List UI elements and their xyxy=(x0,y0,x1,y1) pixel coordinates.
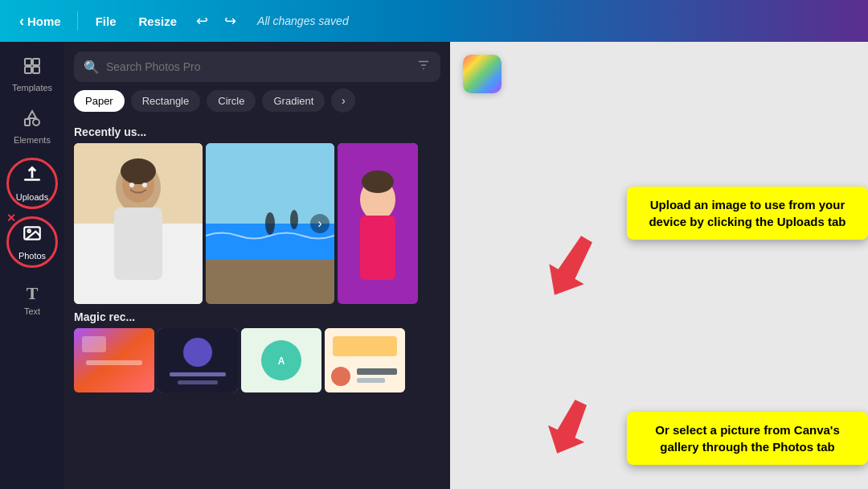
sidebar-item-uploads[interactable]: Uploads xyxy=(0,156,64,210)
svg-rect-23 xyxy=(206,260,334,304)
resize-menu[interactable]: Resize xyxy=(131,11,186,31)
sidebar-item-templates[interactable]: Templates xyxy=(0,48,64,101)
magic-item-4[interactable] xyxy=(325,328,405,392)
photo-item-sea[interactable]: › xyxy=(206,143,334,304)
nav-separator xyxy=(77,11,78,31)
chips-next-button[interactable]: › xyxy=(331,88,355,113)
photo-grid: › xyxy=(64,143,450,304)
magic-item-3[interactable]: A xyxy=(241,328,321,392)
svg-rect-2 xyxy=(25,67,31,73)
sidebar-item-photos[interactable]: Photos xyxy=(0,215,64,269)
svg-point-6 xyxy=(33,119,39,125)
svg-point-25 xyxy=(290,210,298,229)
magic-item-2[interactable] xyxy=(158,328,238,392)
svg-rect-36 xyxy=(170,372,226,376)
elements-icon xyxy=(23,109,42,133)
main-layout: Templates Elements Uploads xyxy=(0,42,868,489)
sidebar: Templates Elements Uploads xyxy=(0,42,64,489)
sidebar-item-text[interactable]: T Text xyxy=(0,275,64,324)
svg-rect-1 xyxy=(33,59,39,65)
svg-rect-37 xyxy=(178,380,218,384)
chip-circle[interactable]: Circle xyxy=(207,90,256,112)
uploads-label: Uploads xyxy=(16,192,48,202)
photos-icon xyxy=(22,223,43,249)
chip-rectangle[interactable]: Rectangle xyxy=(131,90,201,112)
svg-rect-32 xyxy=(82,336,106,352)
undo-button[interactable]: ↩ xyxy=(191,9,213,33)
magic-item-1[interactable] xyxy=(74,328,154,392)
uploads-icon xyxy=(22,164,43,190)
panel: 🔍 Paper Rectangle Circle Gradient › Rece… xyxy=(64,42,450,489)
chip-gradient[interactable]: Gradient xyxy=(262,90,325,112)
text-label: Text xyxy=(24,306,40,316)
svg-rect-16 xyxy=(114,208,162,280)
chevron-left-icon: ‹ xyxy=(19,13,24,30)
save-status: All changes saved xyxy=(257,14,349,27)
svg-rect-42 xyxy=(333,336,397,356)
svg-rect-44 xyxy=(357,368,397,375)
photo-girl-image xyxy=(338,143,418,304)
templates-label: Templates xyxy=(12,83,52,92)
home-label: Home xyxy=(27,14,61,28)
magic-rec-label: Magic rec... xyxy=(74,310,135,323)
svg-marker-48 xyxy=(539,394,600,462)
redo-button[interactable]: ↪ xyxy=(219,9,241,33)
file-menu[interactable]: File xyxy=(88,11,125,31)
red-arrow-uploads xyxy=(522,219,619,315)
magic-rec-section: Magic rec... xyxy=(64,304,450,323)
svg-marker-5 xyxy=(28,111,36,118)
svg-point-19 xyxy=(129,183,134,187)
svg-point-30 xyxy=(362,171,394,193)
svg-rect-45 xyxy=(357,378,385,383)
search-input[interactable] xyxy=(106,60,410,73)
color-picker-icon[interactable] xyxy=(463,55,502,93)
photo-next-icon[interactable]: › xyxy=(310,214,330,233)
svg-point-18 xyxy=(121,158,156,184)
photo-man-image xyxy=(74,143,203,304)
chip-paper[interactable]: Paper xyxy=(74,90,125,112)
svg-rect-4 xyxy=(25,119,30,125)
filter-chips: Paper Rectangle Circle Gradient › xyxy=(64,88,450,119)
svg-point-35 xyxy=(183,338,212,367)
svg-point-24 xyxy=(265,212,275,235)
canvas-area: Upload an image to use from your device … xyxy=(450,42,868,489)
tooltip-photos: Or select a picture from Canva's gallery… xyxy=(627,412,868,465)
red-arrow-photos xyxy=(521,388,617,468)
svg-rect-28 xyxy=(360,216,395,280)
svg-rect-33 xyxy=(86,360,142,365)
photo-item-man[interactable] xyxy=(74,143,203,304)
recently-used-label: Recently us... xyxy=(64,119,450,143)
photos-label: Photos xyxy=(18,251,46,261)
sidebar-item-elements[interactable]: Elements xyxy=(0,101,64,153)
svg-point-8 xyxy=(28,230,31,232)
svg-text:A: A xyxy=(278,355,285,367)
elements-label: Elements xyxy=(14,135,51,145)
back-home-button[interactable]: ‹ Home xyxy=(13,10,68,33)
photo-item-girl[interactable] xyxy=(338,143,418,304)
svg-rect-0 xyxy=(25,59,31,65)
tooltip-upload: Upload an image to use from your device … xyxy=(627,187,868,240)
search-bar: 🔍 xyxy=(74,51,440,82)
svg-point-20 xyxy=(142,183,147,187)
top-navigation: ‹ Home File Resize ↩ ↪ All changes saved xyxy=(0,0,868,42)
svg-rect-3 xyxy=(33,67,39,73)
magic-row: A xyxy=(64,323,450,397)
svg-rect-21 xyxy=(206,143,334,224)
svg-marker-47 xyxy=(537,229,604,305)
svg-point-43 xyxy=(331,367,350,386)
templates-icon xyxy=(23,56,42,80)
search-icon: 🔍 xyxy=(84,60,100,75)
text-icon: T xyxy=(27,283,39,304)
filter-icon[interactable] xyxy=(416,58,431,76)
